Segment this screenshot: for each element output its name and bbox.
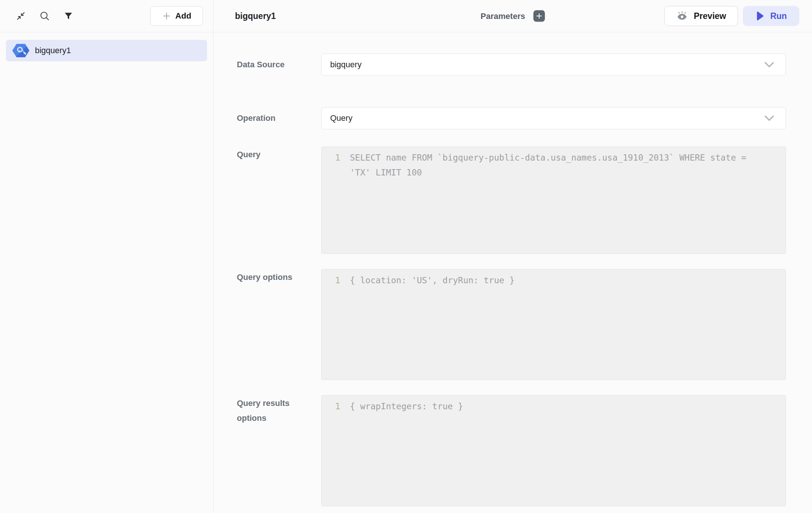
- query-results-options-label: Query results options: [237, 395, 321, 426]
- query-list-sidebar: Add bigquery1: [0, 0, 213, 513]
- collapse-sidebar-button[interactable]: [13, 9, 28, 23]
- filter-icon: [64, 11, 73, 21]
- query-placeholder: SELECT name FROM `bigquery-public-data.u…: [350, 150, 755, 180]
- query-row: Query 1 SELECT name FROM `bigquery-publi…: [237, 146, 786, 254]
- chevron-down-icon: [763, 61, 776, 69]
- data-source-label: Data Source: [237, 57, 321, 72]
- add-query-button[interactable]: Add: [150, 6, 203, 26]
- eye-icon: [676, 11, 688, 21]
- operation-label: Operation: [237, 111, 321, 126]
- query-results-options-row: Query results options 1 { wrapIntegers: …: [237, 395, 786, 506]
- app-window: Add bigquery1 bigquery1 Parameters: [0, 0, 812, 513]
- play-icon: [755, 11, 764, 21]
- query-title: bigquery1: [235, 11, 276, 21]
- query-options-code-editor[interactable]: 1 { location: 'US', dryRun: true }: [321, 269, 786, 380]
- run-button[interactable]: Run: [743, 6, 799, 26]
- query-results-options-code-editor[interactable]: 1 { wrapIntegers: true }: [321, 395, 786, 506]
- sidebar-toolbar: Add: [0, 0, 213, 32]
- search-queries-button[interactable]: [37, 9, 52, 23]
- query-item-label: bigquery1: [35, 46, 71, 55]
- query-editor-header: bigquery1 Parameters: [213, 0, 812, 32]
- chevron-down-icon: [763, 114, 776, 122]
- add-button-label: Add: [175, 11, 191, 21]
- query-options-row: Query options 1 { location: 'US', dryRun…: [237, 269, 786, 380]
- data-source-row: Data Source bigquery: [237, 54, 786, 76]
- line-number: 1: [322, 273, 340, 288]
- filter-queries-button[interactable]: [61, 9, 76, 23]
- add-parameter-button[interactable]: [533, 10, 545, 22]
- operation-row: Operation Query: [237, 107, 786, 129]
- query-code-editor[interactable]: 1 SELECT name FROM `bigquery-public-data…: [321, 146, 786, 254]
- query-config-form: Data Source bigquery Operation: [213, 32, 812, 506]
- preview-button[interactable]: Preview: [664, 6, 738, 26]
- run-button-label: Run: [770, 11, 787, 21]
- query-options-label: Query options: [237, 269, 321, 285]
- parameters-label: Parameters: [481, 11, 525, 21]
- search-icon: [39, 11, 50, 21]
- query-list: bigquery1: [0, 32, 213, 69]
- plus-icon: [535, 13, 542, 20]
- collapse-icon: [16, 11, 26, 21]
- preview-button-label: Preview: [694, 11, 726, 21]
- line-number: 1: [322, 150, 340, 165]
- header-actions: Preview Run: [664, 6, 799, 26]
- query-label: Query: [237, 146, 321, 162]
- parameters-group: Parameters: [481, 10, 545, 22]
- data-source-value: bigquery: [330, 60, 361, 70]
- query-list-item-bigquery1[interactable]: bigquery1: [6, 40, 207, 61]
- operation-select[interactable]: Query: [321, 107, 786, 129]
- bigquery-icon: [12, 43, 30, 58]
- operation-value: Query: [330, 113, 352, 123]
- data-source-select[interactable]: bigquery: [321, 54, 786, 76]
- query-results-options-placeholder: { wrapIntegers: true }: [350, 399, 463, 414]
- plus-icon: [162, 12, 171, 20]
- query-options-placeholder: { location: 'US', dryRun: true }: [350, 273, 515, 288]
- line-number: 1: [322, 399, 340, 414]
- query-editor-panel: bigquery1 Parameters: [213, 0, 812, 513]
